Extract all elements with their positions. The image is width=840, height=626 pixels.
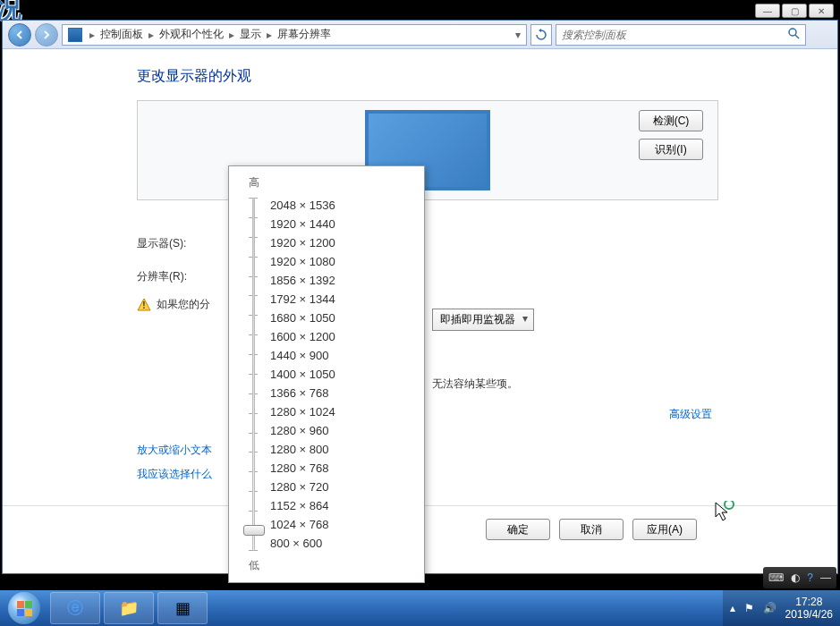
minimize-button[interactable]: —	[755, 4, 780, 18]
resolution-option[interactable]: 2048 × 1536	[259, 196, 417, 215]
toolbar-close-icon[interactable]: —	[820, 571, 831, 584]
control-panel-window: — ▢ ✕ ▸ 控制面板 ▸ 外观和个性化 ▸ 显示 ▸ 屏幕分辨率 ▾	[2, 20, 838, 574]
resolution-dropdown-popup: 高 2048 × 15361920 × 14401920 × 12001920 …	[228, 165, 425, 583]
control-panel-icon	[68, 28, 82, 42]
help-icon[interactable]: ?	[807, 571, 813, 584]
start-button[interactable]	[0, 590, 48, 626]
ok-button[interactable]: 确定	[486, 519, 550, 540]
ie-icon: ⓔ	[67, 597, 83, 619]
which-choose-link[interactable]: 我应该选择什么	[137, 467, 212, 482]
tray-expand-icon[interactable]: ▴	[730, 602, 735, 614]
resolution-option[interactable]: 1280 × 960	[259, 421, 417, 440]
resolution-option[interactable]: 1366 × 768	[259, 384, 417, 402]
dialog-buttons: 确定 取消 应用(A)	[486, 519, 697, 540]
close-button[interactable]: ✕	[809, 4, 834, 18]
svg-text:!: !	[142, 300, 145, 310]
clock-time: 17:28	[785, 596, 833, 608]
volume-icon[interactable]: 🔊	[763, 602, 776, 614]
windows-logo-icon	[8, 592, 40, 624]
address-bar: ▸ 控制面板 ▸ 外观和个性化 ▸ 显示 ▸ 屏幕分辨率 ▾	[3, 21, 837, 49]
resolution-option[interactable]: 1400 × 1050	[259, 365, 417, 384]
advanced-settings-link[interactable]: 高级设置	[669, 407, 712, 422]
chevron-right-icon: ▸	[86, 29, 98, 41]
refresh-button[interactable]	[530, 24, 552, 46]
taskbar-ie-button[interactable]: ⓔ	[50, 592, 100, 624]
resolution-option[interactable]: 1920 × 1200	[259, 233, 417, 252]
resolution-label: 分辨率(R):	[137, 269, 217, 284]
taskbar-clock[interactable]: 17:28 2019/4/26	[785, 596, 833, 622]
ime-icon[interactable]: ◐	[791, 571, 800, 584]
resolution-option[interactable]: 1440 × 900	[259, 346, 417, 365]
help-links: 放大或缩小文本 我应该选择什么	[137, 443, 212, 491]
taskbar-app-button[interactable]: ▦	[157, 592, 208, 624]
window-title-bar: — ▢ ✕	[755, 1, 837, 21]
slider-high-label: 高	[249, 175, 417, 190]
resolution-option[interactable]: 1280 × 1024	[259, 402, 417, 421]
warning-text-suffix: 无法容纳某些项。	[432, 376, 518, 392]
warning-icon: !	[137, 298, 151, 312]
nav-forward-button[interactable]	[35, 23, 58, 47]
slider-thumb[interactable]	[243, 525, 265, 536]
resolution-option[interactable]: 1280 × 800	[259, 440, 417, 459]
display-label: 显示器(S):	[137, 236, 217, 251]
apply-button[interactable]: 应用(A)	[632, 519, 697, 540]
svg-line-1	[795, 35, 799, 38]
folder-icon: 📁	[119, 598, 139, 618]
taskbar: ⓔ 📁 ▦ ▴ ⚑ 🔊 17:28 2019/4/26	[0, 590, 840, 626]
taskbar-explorer-button[interactable]: 📁	[104, 592, 154, 624]
breadcrumb-dropdown[interactable]: ▾	[512, 29, 524, 41]
monitor-select[interactable]: 即插即用监视器	[432, 309, 534, 331]
resolution-option[interactable]: 800 × 600	[259, 534, 417, 553]
breadcrumb-item[interactable]: 显示	[238, 27, 263, 42]
system-tray: ▴ ⚑ 🔊 17:28 2019/4/26	[723, 590, 840, 626]
page-title: 更改显示器的外观	[137, 67, 837, 86]
breadcrumb-item[interactable]: 屏幕分辨率	[276, 27, 333, 42]
search-input[interactable]	[562, 29, 787, 41]
breadcrumb-item[interactable]: 外观和个性化	[157, 27, 225, 42]
text-size-link[interactable]: 放大或缩小文本	[137, 443, 212, 458]
display-preview-box: 检测(C) 识别(I)	[137, 100, 718, 200]
resolution-option[interactable]: 1152 × 864	[259, 496, 417, 515]
app-icon: ▦	[175, 598, 191, 618]
warning-text-prefix: 如果您的分	[157, 297, 210, 312]
clock-date: 2019/4/26	[785, 608, 833, 621]
breadcrumb-item[interactable]: 控制面板	[98, 27, 145, 42]
resolution-slider-track[interactable]	[236, 192, 259, 556]
flag-icon[interactable]: ⚑	[744, 602, 754, 614]
resolution-option[interactable]: 1856 × 1392	[259, 271, 417, 290]
svg-point-0	[789, 29, 796, 36]
slider-line	[252, 198, 255, 551]
resolution-option[interactable]: 1280 × 768	[259, 459, 417, 478]
cancel-button[interactable]: 取消	[559, 519, 624, 540]
chevron-right-icon: ▸	[225, 29, 238, 41]
resolution-option[interactable]: 1920 × 1440	[259, 215, 417, 233]
language-toolbar[interactable]: ⌨ ◐ ? —	[763, 567, 836, 588]
resolution-option[interactable]: 1920 × 1080	[259, 252, 417, 271]
identify-button[interactable]: 识别(I)	[639, 139, 703, 160]
slider-low-label: 低	[249, 558, 417, 573]
resolution-option-list: 2048 × 15361920 × 14401920 × 12001920 × …	[259, 192, 417, 556]
search-icon[interactable]	[787, 27, 800, 42]
breadcrumb[interactable]: ▸ 控制面板 ▸ 外观和个性化 ▸ 显示 ▸ 屏幕分辨率 ▾	[62, 24, 527, 46]
resolution-option[interactable]: 1680 × 1050	[259, 309, 417, 327]
resolution-option[interactable]: 1600 × 1200	[259, 327, 417, 346]
chevron-right-icon: ▸	[263, 29, 276, 41]
resolution-option[interactable]: 1280 × 720	[259, 478, 417, 496]
chevron-right-icon: ▸	[145, 29, 157, 41]
search-box[interactable]	[556, 24, 806, 46]
resolution-option[interactable]: 1024 × 768	[259, 515, 417, 534]
maximize-button[interactable]: ▢	[782, 4, 807, 18]
detect-button[interactable]: 检测(C)	[639, 110, 703, 131]
nav-back-button[interactable]	[8, 23, 31, 47]
resolution-option[interactable]: 1792 × 1344	[259, 290, 417, 309]
keyboard-icon[interactable]: ⌨	[768, 571, 784, 584]
